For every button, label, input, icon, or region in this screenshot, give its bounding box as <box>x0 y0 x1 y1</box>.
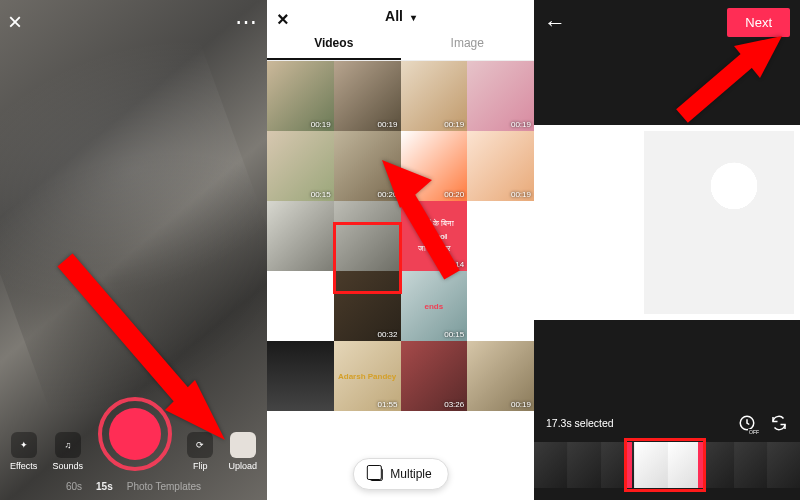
gallery-item[interactable] <box>267 201 334 271</box>
sounds-label: Sounds <box>53 461 84 471</box>
upload-button[interactable]: Upload <box>228 432 257 471</box>
upload-thumb-icon <box>230 432 256 458</box>
preview-image <box>644 131 794 314</box>
gallery-tabs: Videos Image <box>267 28 534 61</box>
gallery-title: All <box>385 8 403 24</box>
panel-camera: × ⋯ ✦ Effects ♫ Sounds ⟳ Flip <box>0 0 267 500</box>
tab-image[interactable]: Image <box>401 28 535 60</box>
gallery-title-dropdown[interactable]: All ▾ <box>385 8 416 24</box>
gallery-item[interactable]: 00:19 <box>267 61 334 131</box>
mode-60s[interactable]: 60s <box>66 481 82 492</box>
play-icon <box>542 211 560 235</box>
mode-photo-templates[interactable]: Photo Templates <box>127 481 201 492</box>
gallery-item[interactable]: 03:26 <box>401 341 468 411</box>
gallery-item[interactable] <box>467 271 534 341</box>
svg-marker-1 <box>382 160 432 208</box>
flip-label: Flip <box>193 461 208 471</box>
effects-icon: ✦ <box>20 440 28 450</box>
close-icon[interactable]: × <box>8 8 22 36</box>
camera-topbar: × ⋯ <box>8 8 259 36</box>
panel-gallery: × All ▾ Videos Image 00:19 00:19 00:19 0… <box>267 0 534 500</box>
close-icon[interactable]: × <box>277 8 289 31</box>
more-icon[interactable]: ⋯ <box>235 8 259 36</box>
mode-15s[interactable]: 15s <box>96 481 113 492</box>
trim-tools: OFF <box>738 414 788 432</box>
gallery-item[interactable] <box>267 341 334 411</box>
chevron-down-icon: ▾ <box>411 12 416 23</box>
effects-label: Effects <box>10 461 37 471</box>
rotate-icon[interactable] <box>770 414 788 432</box>
timeline-frame <box>767 442 800 488</box>
gallery-header: × All ▾ <box>267 0 534 28</box>
arrow-annotation <box>672 36 782 130</box>
camera-mode-row: 60s 15s Photo Templates <box>0 477 267 492</box>
timeline-frame <box>567 442 600 488</box>
selected-duration: 17.3s selected <box>546 417 614 429</box>
trim-info-row: 17.3s selected OFF <box>546 414 788 432</box>
back-icon[interactable]: ← <box>544 10 566 36</box>
gallery-item[interactable]: 00:19 <box>467 341 534 411</box>
gallery-item[interactable] <box>267 271 334 341</box>
gallery-item[interactable]: 00:15 <box>267 131 334 201</box>
upload-label: Upload <box>228 461 257 471</box>
panel-trim: ← Next 17.3s selected OFF <box>534 0 800 500</box>
arrow-annotation <box>382 160 462 284</box>
timeline-frame <box>734 442 767 488</box>
multiple-button[interactable]: Multiple <box>352 458 448 490</box>
arrow-annotation <box>55 250 225 444</box>
next-button[interactable]: Next <box>727 8 790 37</box>
multiple-icon <box>369 468 382 481</box>
gallery-item[interactable]: 00:19 <box>467 61 534 131</box>
gallery-item[interactable]: 00:19 <box>467 131 534 201</box>
gallery-item[interactable]: Adarsh Pandey01:55 <box>334 341 401 411</box>
multiple-label: Multiple <box>390 467 431 481</box>
selection-highlight <box>624 438 706 492</box>
gallery-item[interactable] <box>467 201 534 271</box>
timeline-frame <box>534 442 567 488</box>
effects-button[interactable]: ✦ Effects <box>10 432 37 471</box>
video-preview[interactable] <box>534 125 800 320</box>
trim-topbar: ← Next <box>544 8 790 37</box>
gallery-item[interactable]: 00:19 <box>334 61 401 131</box>
speed-icon[interactable]: OFF <box>738 414 756 432</box>
tab-videos[interactable]: Videos <box>267 28 401 60</box>
gallery-item[interactable]: 00:19 <box>401 61 468 131</box>
